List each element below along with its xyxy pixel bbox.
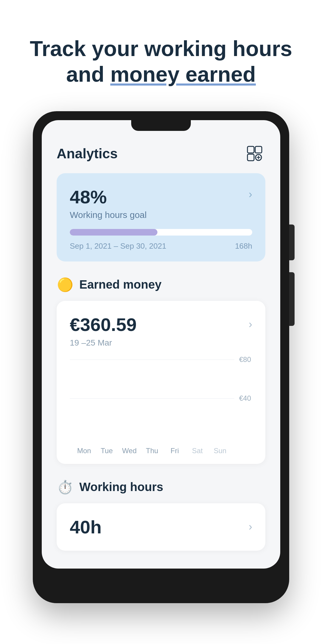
- svg-rect-0: [247, 146, 254, 153]
- bar-label-thu: Thu: [141, 447, 163, 455]
- grid-label-80: €80: [239, 355, 251, 364]
- goal-percentage: 48%: [70, 186, 252, 208]
- earned-money-section-header: 🟡 Earned money: [57, 276, 265, 293]
- hero-line2: and: [66, 62, 110, 86]
- goal-dates-row: Sep 1, 2021 – Sep 30, 2021 168h: [70, 242, 252, 251]
- phone-notch: [131, 120, 191, 131]
- working-hours-section-header: ⏱️ Working hours: [57, 479, 265, 496]
- svg-rect-1: [255, 146, 262, 153]
- bar-label-wed: Wed: [118, 447, 141, 455]
- goal-chevron-icon: ›: [249, 188, 252, 201]
- working-hours-amount-row: 40h ›: [70, 516, 252, 538]
- working-hours-chevron-icon: ›: [249, 521, 252, 533]
- analytics-title: Analytics: [57, 145, 118, 162]
- earned-money-chart: €80 €40: [70, 360, 252, 455]
- grid-label-40: €40: [239, 394, 251, 402]
- analytics-settings-icon[interactable]: [244, 143, 265, 164]
- goal-label: Working hours goal: [70, 210, 252, 220]
- hero-line2-underlined: money earned: [110, 62, 256, 86]
- bars-container: [70, 360, 234, 437]
- progress-bar-background: [70, 229, 252, 236]
- bar-label-sun: Sun: [209, 447, 231, 455]
- bar-label-sat: Sat: [186, 447, 209, 455]
- goal-date-range: Sep 1, 2021 – Sep 30, 2021: [70, 242, 166, 251]
- earned-chevron-icon: ›: [249, 318, 252, 331]
- earned-amount-row: €360.59 ›: [70, 314, 252, 335]
- page-wrapper: Track your working hours and money earne…: [0, 0, 322, 644]
- svg-rect-2: [247, 154, 254, 161]
- phone-screen: Analytics › 48% Working hours goal: [42, 120, 280, 569]
- working-hours-title: Working hours: [79, 480, 163, 494]
- coin-icon: 🟡: [57, 276, 73, 293]
- bar-label-mon: Mon: [73, 447, 95, 455]
- bar-labels-row: Mon Tue Wed Thu Fri Sat Sun: [70, 447, 234, 455]
- earned-money-title: Earned money: [79, 278, 162, 291]
- goal-total-hours: 168h: [235, 242, 252, 251]
- earned-money-card[interactable]: €360.59 › 19 –25 Mar €80 €40: [57, 301, 265, 464]
- hero-title: Track your working hours and money earne…: [6, 0, 316, 111]
- phone-side-button-right: [289, 225, 295, 260]
- working-hours-section: ⏱️ Working hours 40h ›: [57, 479, 265, 551]
- phone-mockup: Analytics › 48% Working hours goal: [33, 111, 289, 603]
- analytics-header: Analytics: [57, 143, 265, 164]
- timer-icon: ⏱️: [57, 479, 73, 496]
- earned-amount-value: €360.59: [70, 314, 137, 335]
- progress-bar-fill: [70, 229, 157, 236]
- working-hours-amount-value: 40h: [70, 516, 102, 538]
- phone-side-button-right2: [289, 272, 295, 326]
- goal-card[interactable]: › 48% Working hours goal Sep 1, 2021 – S…: [57, 173, 265, 261]
- hero-line1: Track your working hours: [30, 37, 292, 61]
- bar-label-fri: Fri: [163, 447, 186, 455]
- working-hours-card[interactable]: 40h ›: [57, 503, 265, 551]
- earned-date-range: 19 –25 Mar: [70, 338, 252, 348]
- bar-label-tue: Tue: [95, 447, 118, 455]
